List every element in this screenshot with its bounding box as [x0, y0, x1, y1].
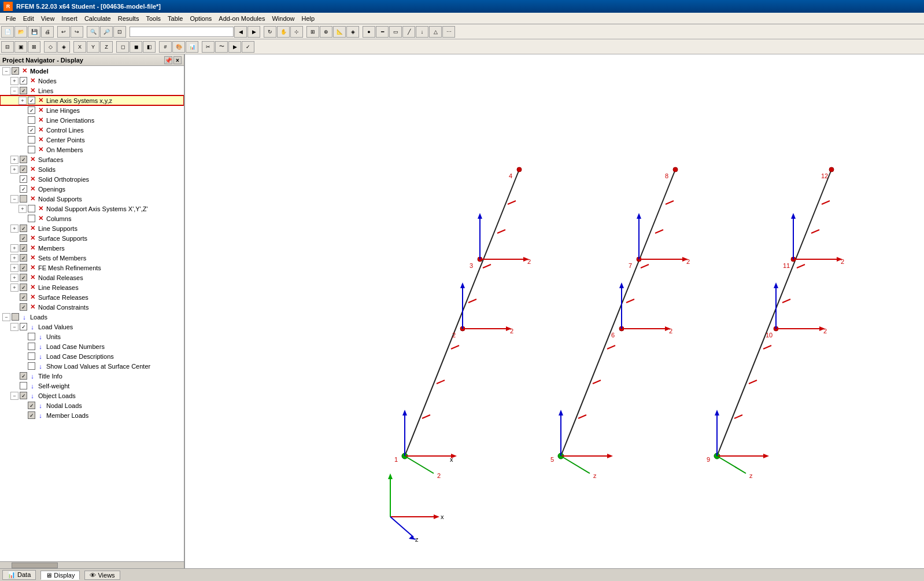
checkbox[interactable]: [20, 264, 27, 271]
expand-icon[interactable]: +: [10, 77, 19, 85]
collapse-icon[interactable]: −: [10, 323, 19, 331]
tb-save[interactable]: 💾: [28, 26, 40, 38]
checkbox[interactable]: [20, 284, 27, 291]
tb2-anim[interactable]: ▶: [228, 41, 241, 53]
tree-item-surface-releases[interactable]: ✕Surface Releases: [0, 292, 184, 302]
checkbox[interactable]: [20, 244, 27, 252]
tree-item-load-case-numbers[interactable]: ↓Load Case Numbers: [0, 341, 184, 351]
tb-measure[interactable]: 📐: [333, 26, 346, 38]
expand-icon[interactable]: +: [10, 264, 19, 272]
collapse-icon[interactable]: −: [2, 313, 10, 321]
menu-item-file[interactable]: File: [2, 14, 20, 23]
tb-rotate[interactable]: ↻: [264, 26, 276, 38]
tree-item-nodal-constraints[interactable]: ✕Nodal Constraints: [0, 302, 184, 312]
tree-item-model[interactable]: −✕Model: [0, 66, 184, 76]
tree-item-solid-ortho[interactable]: ✕Solid Orthotropies: [0, 174, 184, 184]
tb-select[interactable]: ⊹: [290, 26, 303, 38]
checkbox[interactable]: [28, 333, 35, 340]
tb2-iso[interactable]: ◈: [57, 41, 70, 53]
menu-item-table[interactable]: Table: [164, 14, 186, 23]
tb-member[interactable]: ╱: [402, 26, 415, 38]
tb-open[interactable]: 📂: [14, 26, 27, 38]
tree-item-nodal-loads[interactable]: ↓Nodal Loads: [0, 400, 184, 410]
tb-surface[interactable]: ▭: [389, 26, 402, 38]
tree-item-self-weight[interactable]: ↓Self-weight: [0, 381, 184, 391]
tb2-deform[interactable]: 〜: [215, 41, 228, 53]
tb-go-forward[interactable]: ▶: [247, 26, 260, 38]
checkbox[interactable]: [20, 274, 27, 281]
tb-zoom-in[interactable]: 🔍: [87, 26, 99, 38]
tree-item-load-case-descriptions[interactable]: ↓Load Case Descriptions: [0, 351, 184, 361]
tb-render[interactable]: ◈: [346, 26, 359, 38]
checkbox[interactable]: [28, 126, 35, 134]
checkbox[interactable]: [28, 352, 35, 360]
hscroll-thumb[interactable]: [12, 562, 58, 568]
tree-container[interactable]: −✕Model+✕Nodes−✕Lines+✕Line Axis Systems…: [0, 66, 184, 561]
tree-item-lines[interactable]: −✕Lines: [0, 86, 184, 95]
tree-item-sets-of-members[interactable]: +✕Sets of Members: [0, 253, 184, 263]
tb-pan[interactable]: ✋: [277, 26, 290, 38]
expand-icon[interactable]: +: [10, 274, 19, 282]
menu-item-tools[interactable]: Tools: [142, 14, 164, 23]
expand-icon[interactable]: +: [10, 166, 19, 174]
tree-item-on-members[interactable]: ✕On Members: [0, 145, 184, 155]
expand-icon[interactable]: +: [10, 225, 19, 233]
tree-item-solids[interactable]: +✕Solids: [0, 164, 184, 174]
menu-item-results[interactable]: Results: [114, 14, 143, 23]
menu-item-add-on-modules[interactable]: Add-on Modules: [215, 14, 268, 23]
tb2-num[interactable]: #: [159, 41, 172, 53]
tb-print[interactable]: 🖨: [41, 26, 54, 38]
tree-item-show-load-values[interactable]: ↓Show Load Values at Surface Center: [0, 361, 184, 371]
menu-item-calculate[interactable]: Calculate: [81, 14, 114, 23]
tb-redo[interactable]: ↪: [71, 26, 83, 38]
tb2-view2[interactable]: ▣: [14, 41, 27, 53]
tree-item-fe-mesh[interactable]: +✕FE Mesh Refinements: [0, 263, 184, 273]
tb2-view1[interactable]: ⊟: [1, 41, 14, 53]
tree-item-units[interactable]: ↓Units: [0, 332, 184, 341]
tree-item-line-supports[interactable]: +✕Line Supports: [0, 223, 184, 233]
checkbox[interactable]: [20, 392, 27, 399]
tb-line[interactable]: ━: [376, 26, 389, 38]
checkbox[interactable]: [28, 205, 35, 212]
tb2-view3[interactable]: ⊠: [28, 41, 40, 53]
expand-icon[interactable]: +: [10, 156, 19, 164]
tb-fit[interactable]: ⊡: [113, 26, 126, 38]
tree-item-line-hinges[interactable]: ✕Line Hinges: [0, 105, 184, 115]
tree-item-line-orientations[interactable]: ✕Line Orientations: [0, 115, 184, 125]
tb-more[interactable]: ⋯: [442, 26, 455, 38]
tb-new[interactable]: 📄: [1, 26, 14, 38]
checkbox[interactable]: [20, 382, 27, 389]
menu-item-view[interactable]: View: [38, 14, 58, 23]
menu-item-edit[interactable]: Edit: [20, 14, 38, 23]
search-input[interactable]: [130, 27, 234, 37]
checkbox[interactable]: [28, 146, 35, 153]
collapse-icon[interactable]: −: [2, 67, 10, 75]
tb-support[interactable]: △: [429, 26, 442, 38]
tree-item-member-loads[interactable]: ↓Member Loads: [0, 410, 184, 420]
expand-icon[interactable]: +: [10, 284, 19, 292]
tb-zoom-out[interactable]: 🔎: [100, 26, 113, 38]
tb2-wire[interactable]: ◻: [116, 41, 129, 53]
checkbox[interactable]: [20, 372, 27, 380]
tree-item-surfaces[interactable]: +✕Surfaces: [0, 155, 184, 164]
checkbox[interactable]: [20, 323, 27, 330]
tb-undo[interactable]: ↩: [57, 26, 70, 38]
checkbox[interactable]: [28, 343, 35, 350]
tb2-result[interactable]: 📊: [186, 41, 198, 53]
tree-item-load-values[interactable]: −↓Load Values: [0, 322, 184, 332]
tree-item-nodal-supports[interactable]: −✕Nodal Supports: [0, 194, 184, 204]
nav-pin-btn[interactable]: 📌: [164, 56, 172, 64]
tree-item-control-lines[interactable]: ✕Control Lines: [0, 125, 184, 135]
expand-icon[interactable]: +: [10, 254, 19, 262]
tab-data[interactable]: 📊 Data: [2, 570, 36, 580]
tab-display[interactable]: 🖥 Display: [40, 571, 80, 580]
nav-scrollbar[interactable]: [0, 561, 184, 568]
tb-snap[interactable]: ⊕: [320, 26, 332, 38]
expand-icon[interactable]: +: [19, 97, 27, 105]
checkbox[interactable]: [28, 116, 35, 124]
tb2-x[interactable]: X: [73, 41, 86, 53]
tree-item-line-axis[interactable]: +✕Line Axis Systems x,y,z: [0, 95, 184, 105]
tb-node[interactable]: ●: [363, 26, 375, 38]
tb-load[interactable]: ↓: [416, 26, 428, 38]
checkbox[interactable]: [28, 106, 35, 114]
